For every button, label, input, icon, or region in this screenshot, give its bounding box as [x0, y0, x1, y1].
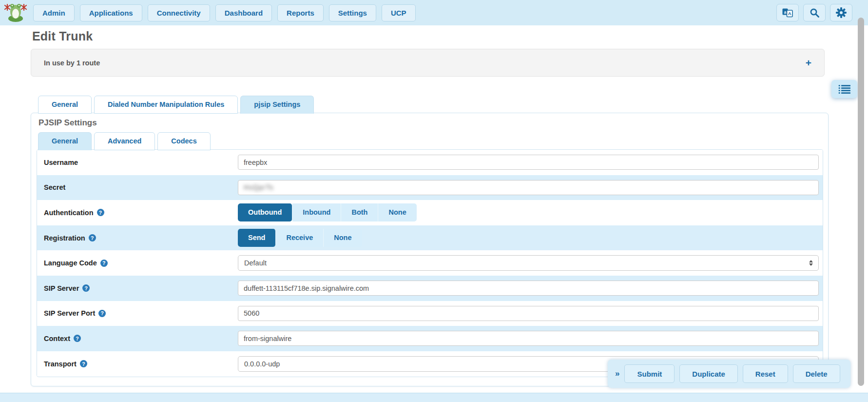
help-icon[interactable]: ?: [74, 335, 81, 342]
tab-pjsip-settings[interactable]: pjsip Settings: [240, 96, 314, 114]
form-row-registration: Registration ? Send Receive None: [37, 225, 823, 251]
registration-receive-button[interactable]: Receive: [276, 229, 324, 247]
language-button[interactable]: a A: [776, 4, 799, 21]
transport-label: Transport ?: [37, 360, 238, 368]
usage-panel[interactable]: In use by 1 route +: [31, 49, 825, 77]
language-icon: a A: [782, 8, 793, 18]
secret-input[interactable]: HsQprTs: [238, 180, 819, 195]
nav-dashboard[interactable]: Dashboard: [215, 4, 272, 21]
pjsip-subtabs: General Advanced Codecs: [38, 132, 213, 150]
username-label: Username: [37, 159, 238, 166]
language-code-label-text: Language Code: [44, 259, 97, 267]
authentication-inbound-button[interactable]: Inbound: [292, 203, 341, 221]
help-icon[interactable]: ?: [97, 209, 104, 216]
expand-icon[interactable]: +: [806, 58, 811, 68]
quick-nav-list-button[interactable]: [831, 80, 857, 98]
form-row-sip-server: SIP Server ?: [37, 276, 823, 301]
reset-button[interactable]: Reset: [743, 364, 788, 383]
select-stepper-icon: [809, 260, 813, 266]
list-icon: [838, 84, 851, 94]
sip-server-port-input[interactable]: [238, 306, 819, 321]
help-icon[interactable]: ?: [82, 284, 90, 292]
collapse-actions-icon[interactable]: »: [615, 369, 619, 379]
authentication-outbound-button[interactable]: Outbound: [238, 203, 292, 221]
sip-server-port-label-text: SIP Server Port: [44, 309, 95, 317]
form-row-secret: Secret HsQprTs: [37, 175, 823, 201]
gear-icon: [836, 7, 847, 18]
pjsip-general-form: Username Secret HsQprTs Authentication ?…: [37, 149, 823, 377]
sip-server-label: SIP Server ?: [37, 284, 238, 292]
context-label-text: Context: [44, 335, 70, 342]
language-code-select[interactable]: Default: [238, 255, 819, 271]
tab-general[interactable]: General: [38, 96, 92, 114]
help-icon[interactable]: ?: [80, 360, 87, 367]
form-action-bar: » Submit Duplicate Reset Delete: [608, 360, 850, 388]
nav-applications[interactable]: Applications: [80, 4, 142, 21]
subtab-general[interactable]: General: [38, 132, 92, 150]
registration-buttonset: Send Receive None: [238, 229, 362, 247]
search-icon: [810, 8, 820, 18]
language-code-label: Language Code ?: [37, 259, 238, 267]
delete-button[interactable]: Delete: [793, 364, 840, 383]
help-icon[interactable]: ?: [98, 310, 106, 317]
help-icon[interactable]: ?: [89, 234, 96, 241]
registration-none-button[interactable]: None: [324, 229, 362, 247]
svg-text:A: A: [788, 11, 791, 16]
form-row-sip-server-port: SIP Server Port ?: [37, 301, 823, 326]
duplicate-button[interactable]: Duplicate: [679, 364, 738, 383]
section-heading: PJSIP Settings: [39, 118, 97, 128]
context-input[interactable]: [238, 331, 819, 346]
nav-admin[interactable]: Admin: [33, 4, 75, 21]
submit-button[interactable]: Submit: [624, 364, 675, 383]
vertical-scrollbar[interactable]: [858, 18, 864, 386]
registration-label: Registration ?: [37, 234, 238, 242]
form-row-username: Username: [37, 150, 823, 175]
transport-value: 0.0.0.0-udp: [244, 360, 280, 368]
page-title: Edit Trunk: [32, 29, 93, 43]
secret-label: Secret: [37, 183, 238, 191]
username-label-text: Username: [44, 159, 78, 166]
top-navbar: Admin Applications Connectivity Dashboar…: [0, 0, 868, 25]
language-code-value: Default: [244, 259, 267, 267]
form-row-language-code: Language Code ? Default: [37, 250, 823, 276]
help-icon[interactable]: ?: [100, 260, 108, 267]
username-input[interactable]: [238, 155, 819, 170]
nav-ucp[interactable]: UCP: [382, 4, 416, 21]
form-row-authentication: Authentication ? Outbound Inbound Both N…: [37, 200, 823, 225]
settings-button[interactable]: [830, 4, 852, 21]
subtab-advanced[interactable]: Advanced: [94, 132, 155, 150]
freepbx-frog-logo[interactable]: [4, 2, 27, 23]
authentication-label: Authentication ?: [37, 209, 238, 217]
form-row-context: Context ?: [37, 326, 823, 351]
secret-redacted-value: HsQprTs: [244, 183, 273, 191]
sip-server-input[interactable]: [238, 281, 819, 296]
trunk-tabs: General Dialed Number Manipulation Rules…: [38, 96, 316, 114]
authentication-label-text: Authentication: [44, 209, 94, 217]
nav-connectivity[interactable]: Connectivity: [148, 4, 210, 21]
authentication-buttonset: Outbound Inbound Both None: [238, 203, 417, 221]
authentication-both-button[interactable]: Both: [341, 203, 378, 221]
search-button[interactable]: [803, 4, 826, 21]
transport-label-text: Transport: [44, 360, 77, 368]
sip-server-label-text: SIP Server: [44, 284, 79, 292]
context-label: Context ?: [37, 335, 238, 342]
usage-text: In use by 1 route: [44, 59, 100, 67]
secret-label-text: Secret: [44, 183, 65, 191]
tab-dialed-number-manipulation-rules[interactable]: Dialed Number Manipulation Rules: [94, 96, 238, 114]
footer-strip: [0, 393, 868, 402]
navbar-icon-group: a A: [776, 4, 852, 21]
registration-label-text: Registration: [44, 234, 85, 242]
registration-send-button[interactable]: Send: [238, 229, 276, 247]
nav-reports[interactable]: Reports: [277, 4, 324, 21]
subtab-codecs[interactable]: Codecs: [157, 132, 210, 150]
authentication-none-button[interactable]: None: [378, 203, 416, 221]
sip-server-port-label: SIP Server Port ?: [37, 309, 238, 317]
nav-settings[interactable]: Settings: [329, 4, 376, 21]
